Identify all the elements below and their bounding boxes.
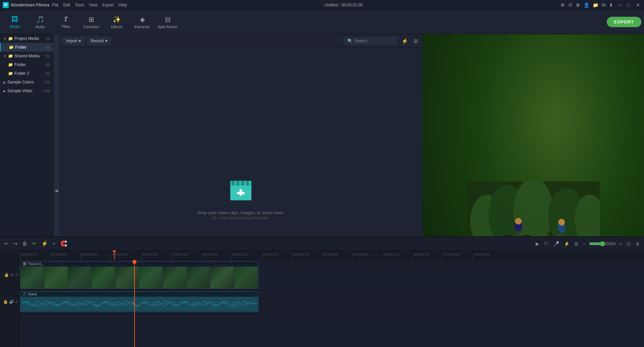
toolbar-titles[interactable]: T Titles bbox=[54, 11, 78, 33]
timeline-ruler-inner: 00:00:00:00 00:00:00:05 00:00:00:10 00:0… bbox=[0, 250, 644, 259]
export-button[interactable]: EXPORT bbox=[607, 17, 641, 27]
audio-icon: 🎵 bbox=[36, 15, 45, 23]
shield-button[interactable]: 🛡 bbox=[543, 240, 550, 247]
media-icon: 🖼 bbox=[11, 15, 18, 23]
timeline-area: ↩ ↪ 🗑 ✂ ⚡ + 🧲 ▶ 🛡 🎤 ⚡ ⊞ − + ⊡ ⏸ 00:00:00… bbox=[0, 236, 644, 347]
toolbar-media-label: Media bbox=[10, 24, 20, 28]
folder-1-item[interactable]: 📁 Folder (0) bbox=[0, 60, 53, 69]
menu-tools[interactable]: Tools bbox=[75, 3, 84, 7]
app-name: Wondershare Filmora bbox=[11, 3, 49, 7]
track-content: 🎬 Travel 01... bbox=[20, 260, 644, 347]
zoom-out-button[interactable]: − bbox=[582, 240, 587, 247]
ruler-mark-4: 00:00:00:20 bbox=[141, 253, 171, 259]
menu-bar: File Edit Tools View Export Help bbox=[52, 3, 127, 7]
chevron-right-icon: ▶ bbox=[3, 89, 6, 93]
ruler-mark-13: 00:00:02:15 bbox=[413, 253, 443, 259]
filter-button[interactable]: ⚡ bbox=[400, 37, 410, 45]
motion-button[interactable]: ⚡ bbox=[562, 240, 571, 247]
folder-2-item[interactable]: 📁 Folder 2 (0) bbox=[0, 69, 53, 78]
download-icon[interactable]: ⬇ bbox=[609, 2, 613, 8]
video-track-eye-icon[interactable]: 👁 bbox=[10, 273, 14, 277]
toolbar-audio[interactable]: 🎵 Audio bbox=[28, 11, 52, 33]
restore-icon[interactable]: ↺ bbox=[568, 2, 572, 8]
folder-icon: 📁 bbox=[8, 36, 13, 41]
search-box[interactable]: 🔍 Search bbox=[344, 37, 397, 45]
folder-root-item[interactable]: 📁 Folder (0) bbox=[0, 43, 53, 52]
video-clip-header: 🎬 Travel 01... bbox=[20, 262, 258, 267]
redo-button[interactable]: ↪ bbox=[12, 240, 19, 247]
add-track-button[interactable]: + bbox=[51, 240, 57, 247]
timeline-right-controls: ▶ 🛡 🎤 ⚡ ⊞ − + ⊡ ⏸ bbox=[534, 240, 641, 247]
audio-track-lock-icon[interactable]: 🔒 bbox=[3, 299, 8, 304]
ruler-mark-2: 00:00:00:10 bbox=[80, 253, 111, 259]
pause-all-button[interactable]: ⏸ bbox=[634, 240, 641, 247]
audio-icon: 🎵 bbox=[22, 292, 26, 296]
toolbar-media[interactable]: 🖼 Media bbox=[3, 11, 27, 33]
toolbar-transition-label: Transition bbox=[83, 25, 99, 29]
play-timeline-button[interactable]: ▶ bbox=[534, 240, 541, 247]
record-button[interactable]: Record ▾ bbox=[87, 37, 111, 45]
project-media-section[interactable]: ▼ 📁 Project Media (0) bbox=[0, 34, 53, 43]
audio-track-mute-icon[interactable]: 🔊 bbox=[9, 299, 14, 304]
settings-icon[interactable]: ⚙ bbox=[560, 2, 565, 8]
drop-text-line2: Or, click here to import media. bbox=[212, 215, 270, 220]
video-track-lock-icon[interactable]: 🔒 bbox=[4, 273, 9, 277]
cut-button[interactable]: ✂ bbox=[31, 240, 38, 247]
ruler-mark-14: 00:00:02:20 bbox=[443, 253, 473, 259]
ruler-mark-9: 00:00:01:20 bbox=[292, 253, 322, 259]
adjust-button[interactable]: ⚡ bbox=[40, 240, 49, 247]
minimize-button[interactable]: ─ bbox=[616, 2, 623, 8]
ruler-mark-12: 00:00:02:10 bbox=[382, 253, 413, 259]
sample-colors-section[interactable]: ▶ Sample Colors (15) bbox=[0, 78, 53, 86]
maximize-button[interactable]: □ bbox=[626, 2, 631, 8]
monitor-icon[interactable]: 🖥 bbox=[576, 2, 580, 8]
sample-video-section[interactable]: ▶ Sample Video (20) bbox=[0, 86, 53, 95]
toolbar-splitscreen[interactable]: ⊟ Split Screen bbox=[156, 11, 180, 33]
fit-button[interactable]: ⊡ bbox=[625, 240, 632, 247]
search-placeholder: Search bbox=[355, 39, 367, 43]
magnet-button[interactable]: 🧲 bbox=[59, 240, 68, 247]
frame-3 bbox=[68, 267, 92, 289]
close-button[interactable]: ✕ bbox=[635, 2, 641, 8]
sample-colors-label: Sample Colors bbox=[7, 80, 34, 84]
toolbar-effects[interactable]: ✨ Effects bbox=[105, 11, 129, 33]
view-toggle-button[interactable]: ⊞ bbox=[412, 37, 419, 45]
mail-icon[interactable]: ✉ bbox=[602, 2, 606, 8]
window-title: Untitled : 00:00:01:05 bbox=[324, 3, 363, 7]
import-button[interactable]: Import ▾ bbox=[62, 37, 85, 45]
svg-rect-2 bbox=[232, 181, 234, 185]
subfolder-icon: 📁 bbox=[8, 71, 13, 76]
logo-icon: W bbox=[3, 2, 9, 8]
zoom-in-button[interactable]: + bbox=[618, 240, 623, 247]
track-labels: 🔒 👁 V1 🔒 🔊 A1 bbox=[0, 260, 20, 347]
menu-help[interactable]: Help bbox=[119, 3, 127, 7]
folder-2-count: (0) bbox=[46, 71, 50, 75]
frame-8 bbox=[187, 267, 211, 289]
folder-icon[interactable]: 📁 bbox=[593, 2, 598, 8]
shared-media-section[interactable]: ▼ 📁 Shared Media (0) bbox=[0, 52, 53, 60]
audio-track-row: 🎵 Stand bbox=[20, 290, 644, 313]
folder-root-count: (0) bbox=[46, 45, 50, 49]
audio-clip[interactable]: 🎵 Stand bbox=[20, 291, 258, 312]
menu-export[interactable]: Export bbox=[102, 3, 114, 7]
crop-button[interactable]: ⊞ bbox=[573, 240, 580, 247]
toolbar-titles-label: Titles bbox=[61, 24, 70, 28]
ruler-playhead bbox=[114, 250, 115, 259]
zoom-slider[interactable] bbox=[589, 241, 616, 246]
video-clip[interactable]: 🎬 Travel 01... bbox=[20, 261, 258, 289]
waveform-svg bbox=[22, 297, 257, 311]
titles-icon: T bbox=[64, 15, 68, 23]
toolbar-transition[interactable]: ⊞ Transition bbox=[79, 11, 103, 33]
user-icon[interactable]: 👤 bbox=[584, 2, 589, 8]
video-clip-name: Travel 01... bbox=[28, 262, 45, 266]
undo-button[interactable]: ↩ bbox=[3, 240, 10, 247]
menu-view[interactable]: View bbox=[89, 3, 98, 7]
menu-file[interactable]: File bbox=[52, 3, 58, 7]
frame-10 bbox=[234, 267, 258, 289]
mic-button[interactable]: 🎤 bbox=[552, 240, 560, 247]
subfolder-icon: 📁 bbox=[8, 62, 13, 67]
video-track-id: V1 bbox=[15, 273, 18, 277]
delete-button[interactable]: 🗑 bbox=[21, 240, 29, 247]
menu-edit[interactable]: Edit bbox=[63, 3, 70, 7]
toolbar-elements[interactable]: ◈ Elements bbox=[130, 11, 154, 33]
